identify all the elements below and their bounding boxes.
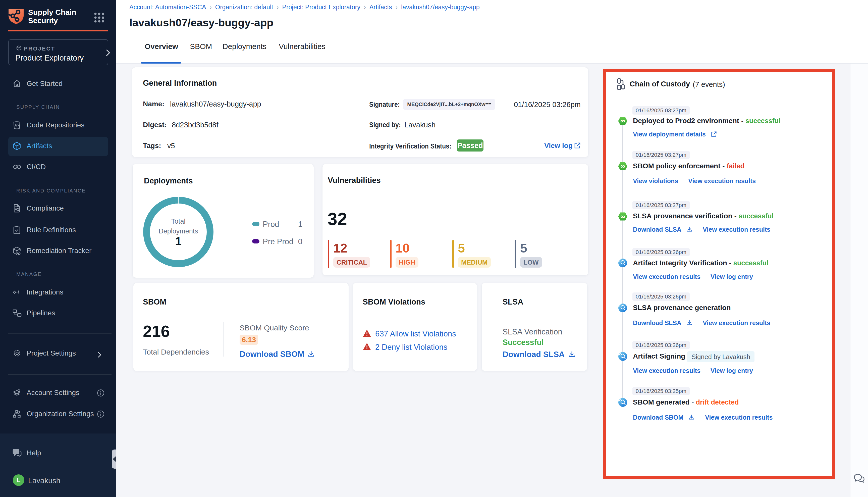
svg-text:∞: ∞ — [620, 162, 625, 170]
svg-text:?: ? — [15, 450, 17, 454]
svg-text:∞: ∞ — [620, 117, 625, 125]
svg-text:∞: ∞ — [620, 213, 625, 220]
